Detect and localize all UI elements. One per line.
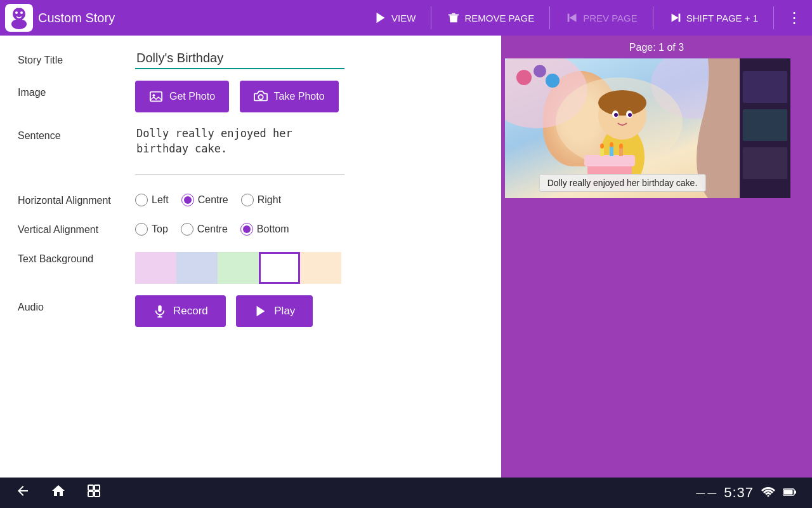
view-button[interactable]: VIEW — [366, 7, 423, 29]
audio-row: Audio Record Play — [18, 295, 483, 327]
h-right-radio[interactable] — [241, 194, 254, 206]
svg-rect-35 — [619, 147, 623, 156]
svg-point-22 — [534, 65, 546, 77]
svg-rect-41 — [743, 109, 787, 141]
image-row: Image Get Photo Take Photo — [18, 81, 483, 112]
page-caption: Dolly really enjoyed her birthday cake. — [539, 174, 706, 192]
home-button[interactable] — [51, 483, 66, 502]
divider-1 — [431, 6, 431, 29]
svg-rect-33 — [600, 147, 604, 156]
top-bar: Custom Story VIEW REMOVE PAGE PREV PAGE … — [0, 0, 812, 36]
svg-rect-10 — [678, 14, 680, 22]
svg-point-30 — [628, 113, 632, 117]
wifi-icon — [761, 486, 775, 500]
svg-point-26 — [598, 90, 646, 116]
recents-button[interactable] — [86, 483, 102, 502]
shift-page-label: SHIFT PAGE + 1 — [686, 13, 758, 23]
get-photo-button[interactable]: Get Photo — [135, 81, 229, 112]
home-icon — [51, 483, 66, 498]
v-centre-option[interactable]: Centre — [181, 223, 228, 236]
svg-point-2 — [15, 11, 18, 14]
svg-point-38 — [619, 144, 623, 149]
view-label: VIEW — [391, 13, 416, 23]
swatch-peach[interactable] — [300, 252, 341, 284]
v-centre-radio[interactable] — [181, 223, 193, 236]
svg-point-36 — [600, 144, 604, 149]
svg-point-13 — [258, 95, 263, 99]
svg-point-21 — [516, 70, 532, 85]
swatch-green[interactable] — [218, 252, 259, 284]
v-top-radio[interactable] — [135, 223, 148, 236]
take-photo-button[interactable]: Take Photo — [240, 81, 339, 112]
divider-3 — [653, 6, 653, 29]
caption-text: Dolly really enjoyed her birthday cake. — [547, 178, 698, 188]
gallery-icon — [149, 90, 163, 104]
svg-rect-34 — [610, 146, 613, 156]
text-background-row: Text Background — [18, 247, 483, 284]
play-button[interactable]: Play — [236, 295, 313, 327]
status-bar: — — 5:37 — [696, 485, 797, 501]
microphone-icon — [153, 304, 167, 318]
play-icon — [374, 11, 388, 25]
story-title-row: Story Title — [18, 48, 483, 69]
swatch-white[interactable] — [259, 252, 300, 284]
sentence-label: Sentence — [18, 124, 135, 142]
prev-icon — [565, 11, 579, 25]
h-centre-radio[interactable] — [181, 194, 194, 206]
h-right-label: Right — [258, 194, 281, 206]
prev-page-button[interactable]: PREV PAGE — [558, 7, 645, 29]
svg-rect-42 — [743, 147, 787, 179]
nav-icons — [15, 483, 102, 502]
v-bottom-label: Bottom — [257, 224, 289, 235]
app-title: Custom Story — [38, 11, 361, 25]
page2-svg — [740, 58, 790, 198]
h-left-option[interactable]: Left — [135, 194, 169, 206]
swatch-pink[interactable] — [135, 252, 176, 284]
story-title-input[interactable] — [135, 48, 344, 69]
horizontal-alignment-label: Horizontal Alignment — [18, 189, 135, 206]
horizontal-alignment-row: Horizontal Alignment Left Centre Right — [18, 189, 483, 206]
sentence-textarea[interactable]: Dolly really enjoyed her birthday cake. — [135, 124, 344, 175]
svg-rect-50 — [794, 490, 796, 493]
more-button[interactable]: ⋮ — [782, 8, 807, 28]
shift-page-button[interactable]: SHIFT PAGE + 1 — [661, 7, 766, 29]
remove-page-button[interactable]: REMOVE PAGE — [439, 7, 542, 29]
shift-icon — [669, 11, 683, 25]
svg-point-0 — [13, 8, 25, 20]
svg-point-12 — [153, 94, 155, 97]
svg-rect-45 — [88, 491, 93, 497]
story-title-control — [135, 48, 483, 69]
image-control: Get Photo Take Photo — [135, 81, 483, 112]
v-top-label: Top — [152, 224, 168, 235]
svg-rect-44 — [95, 485, 100, 490]
page-2-preview — [740, 58, 790, 198]
image-label: Image — [18, 81, 135, 98]
svg-point-1 — [11, 19, 27, 29]
form-panel: Story Title Image Get Photo — [0, 36, 501, 478]
svg-rect-46 — [95, 491, 100, 497]
v-bottom-option[interactable]: Bottom — [240, 223, 289, 236]
v-top-option[interactable]: Top — [135, 223, 168, 236]
svg-point-29 — [614, 113, 618, 117]
bottom-bar: — — 5:37 — [0, 478, 812, 508]
back-button[interactable] — [15, 483, 30, 502]
svg-point-37 — [610, 142, 613, 147]
record-button[interactable]: Record — [135, 295, 226, 327]
page-1-preview: Dolly really enjoyed her birthday cake. — [505, 58, 740, 198]
swatch-blue[interactable] — [176, 252, 218, 284]
h-right-option[interactable]: Right — [241, 194, 281, 206]
svg-rect-32 — [584, 155, 635, 166]
divider-2 — [549, 6, 550, 29]
story-title-label: Story Title — [18, 48, 135, 66]
svg-point-3 — [20, 11, 23, 14]
svg-rect-43 — [88, 485, 93, 490]
prev-page-label: PREV PAGE — [583, 13, 638, 23]
swatch-row — [135, 247, 483, 284]
v-bottom-radio[interactable] — [240, 223, 253, 236]
wifi-svg — [761, 486, 775, 497]
h-centre-option[interactable]: Centre — [181, 194, 228, 206]
preview-pages: Dolly really enjoyed her birthday cake. — [501, 58, 812, 198]
audio-label: Audio — [18, 295, 135, 313]
h-left-radio[interactable] — [135, 194, 148, 206]
h-centre-label: Centre — [198, 194, 228, 206]
